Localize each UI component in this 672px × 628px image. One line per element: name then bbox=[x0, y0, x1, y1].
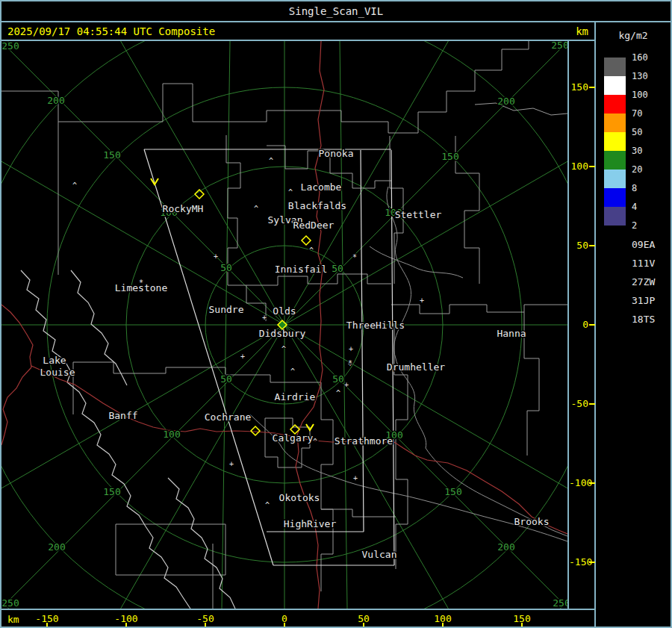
storm-track-id: 18TS bbox=[632, 314, 655, 326]
bottom-axis-tick-mark bbox=[205, 623, 206, 627]
storm-track-arrow-icon bbox=[600, 295, 630, 307]
city-label: Olds bbox=[273, 305, 296, 317]
right-axis-tick-mark bbox=[589, 403, 595, 405]
storm-track-arrow-icon bbox=[600, 314, 630, 326]
city-label: Innisfail bbox=[275, 264, 327, 275]
provincial-border-mountains bbox=[21, 270, 235, 609]
town-marker: + bbox=[353, 474, 358, 482]
legend-level-value: 20 bbox=[632, 164, 665, 175]
city-label: Vulcan bbox=[362, 549, 397, 560]
town-marker: ^ bbox=[281, 345, 286, 353]
ring-distance-label: 250 bbox=[553, 597, 567, 609]
city-label: Cochrane bbox=[205, 411, 252, 423]
town-marker: ^ bbox=[313, 438, 317, 446]
ring-distance-label: 200 bbox=[497, 541, 514, 553]
right-axis-tick-label: 150 bbox=[569, 81, 588, 93]
town-marker: + bbox=[349, 345, 353, 353]
town-marker: ^ bbox=[290, 367, 295, 376]
town-marker: ^ bbox=[309, 246, 314, 255]
legend-swatch bbox=[604, 95, 626, 114]
ring-distance-label: 250 bbox=[1, 597, 19, 609]
city-label: Okotoks bbox=[279, 492, 320, 503]
right-axis-tick-mark bbox=[589, 87, 595, 88]
ring-distance-label: 150 bbox=[444, 486, 461, 497]
town-marker: ^ bbox=[336, 389, 340, 397]
city-label: Brooks bbox=[514, 516, 550, 527]
legend-swatch bbox=[604, 57, 626, 76]
city-label: RockyMH bbox=[163, 203, 204, 214]
radar-site-icon bbox=[302, 236, 311, 245]
ring-distance-label: 150 bbox=[103, 486, 120, 497]
right-axis-tick-label: -100 bbox=[569, 477, 588, 489]
town-marker: ^ bbox=[265, 501, 270, 509]
legend-swatch bbox=[604, 188, 626, 207]
scan-timestamp: 2025/09/17 04:55:44 UTC Composite bbox=[7, 25, 215, 37]
legend-swatch bbox=[604, 207, 626, 226]
city-label: HighRiver bbox=[284, 518, 337, 529]
city-label: ThreeHills bbox=[346, 320, 405, 331]
legend-level-value: 70 bbox=[632, 108, 665, 119]
city-label: Calgary bbox=[273, 432, 314, 444]
town-marker: ^ bbox=[269, 157, 273, 165]
bottom-axis-tick-mark bbox=[363, 623, 364, 627]
right-axis-unit-label: km bbox=[576, 25, 588, 37]
ring-distance-label: 250 bbox=[1, 41, 19, 52]
city-label: Airdrie bbox=[275, 391, 316, 402]
storm-track-id: 31JP bbox=[632, 295, 655, 307]
storm-track-arrow-icon bbox=[600, 276, 630, 288]
radial-line bbox=[284, 325, 567, 538]
right-axis-tick-mark bbox=[589, 324, 595, 326]
right-axis-tick-mark bbox=[589, 166, 595, 167]
legend-level-value: 100 bbox=[632, 90, 665, 100]
town-marker: + bbox=[420, 296, 424, 305]
city-label: Louise bbox=[40, 367, 75, 378]
storm-track-id: 111V bbox=[632, 258, 655, 270]
ring-distance-label: 50 bbox=[220, 373, 232, 385]
town-marker: ^ bbox=[288, 188, 293, 196]
radar-map-canvas[interactable]: 5050505010010010010015015015015020020020… bbox=[1, 41, 567, 609]
city-label: Ponoka bbox=[319, 148, 354, 159]
right-axis-tick-mark bbox=[589, 245, 595, 246]
city-label: Hanna bbox=[497, 328, 526, 339]
bottom-axis-unit-label: km bbox=[7, 614, 19, 625]
ring-distance-label: 100 bbox=[163, 429, 180, 440]
ring-distance-label: 200 bbox=[48, 541, 65, 553]
right-axis-tick-label: -50 bbox=[569, 398, 588, 410]
right-axis-tick-label: 50 bbox=[569, 240, 588, 252]
storm-track-id: 09EA bbox=[632, 239, 655, 251]
ring-distance-label: 200 bbox=[497, 96, 514, 107]
ring-distance-label: 150 bbox=[103, 149, 120, 161]
town-marker: + bbox=[214, 252, 218, 261]
legend-level-value: 2 bbox=[632, 220, 665, 231]
right-axis-tick-label: 0 bbox=[569, 319, 588, 331]
right-axis-tick-label: -150 bbox=[569, 556, 588, 568]
right-axis-tick-mark bbox=[589, 562, 595, 563]
town-marker: + bbox=[229, 460, 234, 468]
ring-distance-label: 250 bbox=[551, 41, 567, 51]
town-markers: ^^^^^^^^^^+++++++++*** bbox=[72, 157, 424, 509]
ring-distance-label: 200 bbox=[47, 95, 64, 106]
bottom-axis-tick-mark bbox=[125, 623, 127, 627]
city-label: Lacombe bbox=[301, 181, 342, 193]
window-title: Single_Scan_VIL bbox=[1, 1, 671, 21]
right-axis-tick-mark bbox=[589, 482, 595, 484]
legend-level-value: 130 bbox=[632, 71, 665, 81]
city-label: Drumheller bbox=[387, 361, 445, 373]
city-label: Stettler bbox=[395, 209, 442, 220]
city-label: Strathmore bbox=[335, 435, 393, 447]
bottom-axis-tick-mark bbox=[284, 623, 285, 627]
legend-panel: kg/m2 1601301007050302084209EA111V27ZW31… bbox=[596, 21, 671, 627]
bottom-axis-tick-mark bbox=[442, 623, 444, 627]
town-marker: + bbox=[240, 352, 245, 361]
right-axis-tick-label: 100 bbox=[569, 161, 588, 172]
storm-track-id: 27ZW bbox=[632, 276, 655, 288]
city-label: Lake bbox=[43, 355, 66, 366]
legend-level-value: 4 bbox=[632, 202, 665, 212]
city-label: RedDeer bbox=[293, 220, 335, 231]
city-label: Banff bbox=[108, 410, 137, 421]
info-bar: 2025/09/17 04:55:44 UTC Composite km bbox=[1, 22, 594, 40]
legend-swatch bbox=[604, 76, 626, 95]
town-marker: * bbox=[348, 359, 352, 367]
ring-distance-label: 50 bbox=[220, 262, 232, 273]
bottom-axis-tick-mark bbox=[521, 623, 523, 627]
